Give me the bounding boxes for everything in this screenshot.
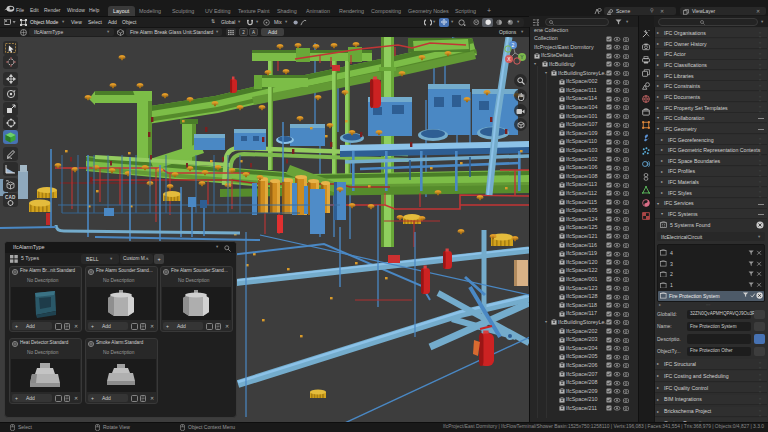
svg-text:2: 2: [512, 42, 515, 48]
